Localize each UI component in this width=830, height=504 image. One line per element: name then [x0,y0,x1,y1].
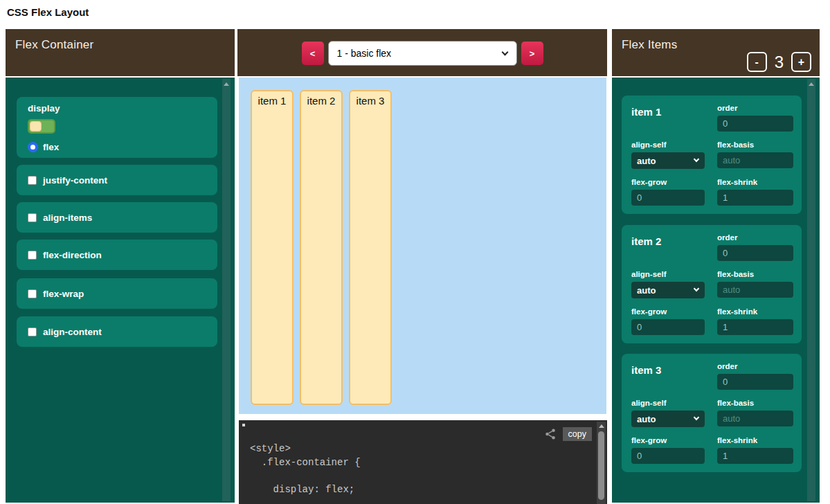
example-select-wrap: 1 - basic flex [328,41,517,66]
order-input[interactable] [717,116,793,132]
flex-wrap-card[interactable]: flex-wrap [17,278,217,309]
flex-grow-input[interactable] [631,319,705,335]
display-toggle[interactable] [28,119,55,134]
order-label: order [717,233,793,242]
item-2-card: item 2 order align-self auto flex-basis [622,225,802,343]
order-field: order [717,233,793,261]
flex-radio-label: flex [43,142,59,152]
checkbox-icon[interactable] [28,289,37,298]
align-self-label: align-self [631,270,705,278]
scroll-up-icon[interactable] [599,424,604,428]
align-self-select-wrap: auto [631,411,705,427]
justify-content-label: justify-content [43,175,107,186]
align-content-card[interactable]: align-content [17,316,217,347]
align-self-field: align-self auto [631,141,705,169]
flex-shrink-label: flex-shrink [717,436,793,444]
align-self-label: align-self [631,141,705,149]
justify-content-card[interactable]: justify-content [17,165,217,195]
display-card: display flex [17,97,217,158]
align-items-label: align-items [43,213,92,223]
flex-grow-field: flex-grow [631,178,705,206]
share-icon[interactable] [544,428,557,440]
order-input[interactable] [717,374,793,390]
checkbox-icon[interactable] [28,327,37,336]
code-line [250,469,607,483]
align-self-field: align-self auto [631,270,705,298]
radio-checked-icon[interactable] [28,142,38,152]
item-count-value: 3 [775,53,784,72]
flex-container-title: Flex Container [15,38,93,52]
item-3-title: item 3 [631,362,705,390]
flex-direction-label: flex-direction [43,250,102,260]
flex-shrink-field: flex-shrink [717,307,793,335]
checkbox-icon[interactable] [28,176,37,185]
code-controls: copy [544,427,592,441]
order-label: order [717,362,793,370]
align-content-label: align-content [43,327,102,337]
item-2-title: item 2 [631,233,705,261]
align-self-select[interactable]: auto [631,411,705,427]
remove-item-button[interactable]: - [747,52,767,72]
align-items-card[interactable]: align-items [17,202,217,233]
flex-grow-input[interactable] [631,190,705,206]
flex-shrink-label: flex-shrink [717,307,793,316]
preview-item-3: item 3 [349,90,392,405]
toggle-knob-icon [30,121,42,132]
code-scrollbar[interactable] [597,422,606,504]
flex-wrap-label: flex-wrap [43,289,84,299]
checkbox-icon[interactable] [28,213,37,222]
flex-basis-field: flex-basis [717,141,793,169]
right-panel-scrollbar[interactable] [807,79,815,501]
flex-basis-label: flex-basis [717,399,793,407]
align-self-label: align-self [631,399,705,407]
flex-shrink-input[interactable] [717,190,793,206]
page-title: CSS Flex Layout [7,6,89,18]
flex-shrink-input[interactable] [717,448,793,464]
flex-direction-card[interactable]: flex-direction [17,240,217,270]
flex-basis-input[interactable] [717,411,793,426]
align-self-select[interactable]: auto [631,152,705,169]
code-text: <style> .flex-container { display: flex; [250,442,607,496]
flex-basis-input[interactable] [717,152,793,168]
order-field: order [717,362,793,390]
flex-container-header: Flex Container [6,29,235,76]
flex-grow-label: flex-grow [631,436,705,444]
add-item-button[interactable]: + [791,52,811,72]
item-count-controls: - 3 + [747,52,811,72]
left-panel-scrollbar[interactable] [222,79,231,501]
checkbox-icon[interactable] [28,251,37,260]
order-input[interactable] [717,245,793,261]
code-line: display: flex; [250,483,607,497]
list-marker-icon [242,424,245,426]
flex-container-body: display flex justify-content align-items… [6,78,235,503]
flex-shrink-input[interactable] [717,319,793,335]
code-line: .flex-container { [250,456,607,470]
flex-shrink-field: flex-shrink [717,178,793,206]
item-3-card: item 3 order align-self auto flex-basis [622,354,802,472]
order-label: order [717,104,793,112]
preview-item-2: item 2 [300,90,343,405]
align-self-select[interactable]: auto [631,282,705,298]
order-field: order [717,104,793,132]
preview-item-1: item 1 [251,90,294,405]
code-line: <style> [250,442,607,456]
flex-shrink-field: flex-shrink [717,436,793,464]
scroll-up-icon[interactable] [809,82,814,86]
flex-grow-field: flex-grow [631,307,705,335]
display-flex-option[interactable]: flex [28,142,206,152]
scroll-up-icon[interactable] [224,82,229,86]
copy-button[interactable]: copy [563,427,592,441]
example-select[interactable]: 1 - basic flex [328,41,517,66]
scrollbar-thumb[interactable] [598,431,604,500]
flex-basis-field: flex-basis [717,270,793,298]
align-self-select-wrap: auto [631,152,705,169]
next-example-button[interactable]: > [521,42,543,65]
item-1-card: item 1 order align-self auto flex-basis [622,96,802,214]
prev-example-button[interactable]: < [302,42,324,65]
align-self-select-wrap: auto [631,282,705,298]
item-1-title: item 1 [631,104,705,132]
flex-items-body: item 1 order align-self auto flex-basis [612,78,820,503]
flex-grow-input[interactable] [631,448,705,464]
flex-shrink-label: flex-shrink [717,178,793,186]
flex-basis-input[interactable] [717,282,793,298]
